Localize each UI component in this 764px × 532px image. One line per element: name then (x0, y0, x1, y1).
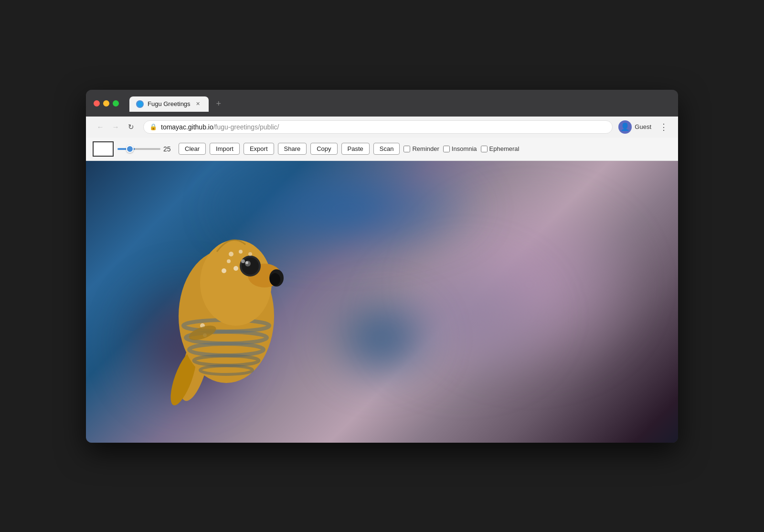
tab-close-button[interactable]: ✕ (194, 100, 202, 108)
back-button[interactable]: ← (94, 120, 107, 134)
ephemeral-checkbox-label[interactable]: Ephemeral (481, 145, 520, 152)
url-bar[interactable]: 🔒 tomayac.github.io/fugu-greetings/publi… (143, 120, 613, 134)
tab-favicon: 🌐 (136, 100, 144, 108)
scan-button[interactable]: Scan (373, 143, 400, 155)
minimize-traffic-light[interactable] (103, 100, 109, 106)
active-tab[interactable]: 🌐 Fugu Greetings ✕ (129, 96, 209, 112)
insomnia-checkbox[interactable] (443, 146, 450, 152)
export-button[interactable]: Export (244, 143, 274, 155)
title-bar-top: 🌐 Fugu Greetings ✕ + (94, 96, 670, 117)
browser-window: 🌐 Fugu Greetings ✕ + ← → ↻ 🔒 tomayac.git… (86, 90, 678, 443)
svg-point-26 (233, 266, 238, 271)
url-path: /fugu-greetings/public/ (213, 123, 279, 131)
main-canvas[interactable] (86, 161, 678, 443)
insomnia-checkbox-label[interactable]: Insomnia (443, 145, 477, 152)
traffic-lights (94, 100, 119, 106)
forward-button[interactable]: → (109, 120, 122, 134)
share-button[interactable]: Share (278, 143, 307, 155)
svg-point-25 (245, 261, 248, 264)
import-button[interactable]: Import (210, 143, 240, 155)
reload-button[interactable]: ↻ (124, 120, 138, 134)
reminder-checkbox[interactable] (403, 146, 410, 152)
svg-point-32 (248, 252, 252, 256)
svg-point-29 (222, 268, 226, 273)
canvas-preview (93, 141, 114, 157)
address-bar: ← → ↻ 🔒 tomayac.github.io/fugu-greetings… (86, 117, 678, 138)
title-bar: 🌐 Fugu Greetings ✕ + (86, 90, 678, 117)
clear-button[interactable]: Clear (179, 143, 206, 155)
url-text: tomayac.github.io/fugu-greetings/public/ (161, 123, 606, 131)
url-domain: tomayac.github.io (161, 123, 213, 131)
lock-icon: 🔒 (149, 123, 157, 130)
svg-point-21 (270, 273, 280, 286)
maximize-traffic-light[interactable] (113, 100, 119, 106)
browser-menu-button[interactable]: ⋮ (657, 120, 670, 134)
svg-point-28 (227, 259, 231, 263)
slider-value: 25 (163, 145, 175, 153)
fish-illustration (121, 187, 303, 416)
paste-button[interactable]: Paste (341, 143, 370, 155)
profile-label: Guest (635, 123, 651, 130)
reminder-checkbox-label[interactable]: Reminder (403, 145, 439, 152)
slider-container: 25 (117, 145, 175, 153)
ephemeral-checkbox[interactable] (481, 146, 488, 152)
profile-area[interactable]: 👤 Guest (618, 120, 651, 134)
tab-title: Fugu Greetings (148, 100, 191, 107)
tab-bar: 🌐 Fugu Greetings ✕ + (129, 96, 226, 112)
new-tab-button[interactable]: + (212, 96, 226, 112)
svg-point-30 (229, 252, 233, 256)
svg-point-31 (239, 250, 243, 254)
brush-size-slider[interactable] (117, 148, 160, 150)
copy-button[interactable]: Copy (310, 143, 337, 155)
app-toolbar: 25 Clear Import Export Share Copy Paste … (86, 138, 678, 161)
close-traffic-light[interactable] (94, 100, 100, 106)
nav-buttons: ← → ↻ (94, 120, 138, 134)
profile-icon: 👤 (618, 120, 632, 134)
svg-point-27 (241, 259, 245, 263)
bg-decoration (322, 291, 441, 386)
